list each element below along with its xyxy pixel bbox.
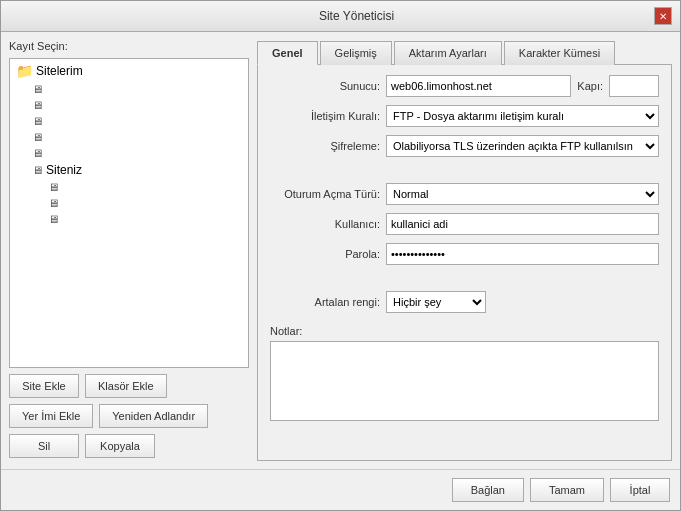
klasor-ekle-button[interactable]: Klasör Ekle [85, 374, 167, 398]
list-item[interactable]: 🖥 [28, 113, 246, 129]
window-title: Site Yöneticisi [59, 9, 654, 23]
sifreleme-label: Şifreleme: [270, 140, 380, 152]
list-item[interactable]: 🖥 [44, 179, 246, 195]
kullanici-input[interactable] [386, 213, 659, 235]
site-icon: 🖥 [32, 131, 43, 143]
iletisim-label: İletişim Kuralı: [270, 110, 380, 122]
iletisim-row: İletişim Kuralı: FTP - Dosya aktarımı il… [270, 105, 659, 127]
sunucu-row: Sunucu: Kapı: [270, 75, 659, 97]
artalan-select[interactable]: Hiçbir şey [386, 291, 486, 313]
sil-button[interactable]: Sil [9, 434, 79, 458]
tree-container[interactable]: 📁 Sitelerim 🖥 🖥 🖥 🖥 🖥 🖥 Siteniz 🖥 [9, 58, 249, 368]
right-panel: Genel Gelişmiş Aktarım Ayarları Karakter… [257, 40, 672, 461]
button-row-1: Site Ekle Klasör Ekle [9, 374, 249, 398]
oturum-label: Oturum Açma Türü: [270, 188, 380, 200]
title-bar: Site Yöneticisi ✕ [1, 1, 680, 32]
list-item[interactable]: 🖥 [44, 211, 246, 227]
artalan-row: Artalan rengi: Hiçbir şey [270, 291, 659, 313]
notlar-label: Notlar: [270, 325, 659, 337]
baglan-button[interactable]: Bağlan [452, 478, 524, 502]
kullanici-row: Kullanıcı: [270, 213, 659, 235]
tree-root-label: Sitelerim [36, 64, 83, 78]
parola-label: Parola: [270, 248, 380, 260]
tab-gelismis[interactable]: Gelişmiş [320, 41, 392, 65]
kapu-label: Kapı: [577, 80, 603, 92]
oturum-row: Oturum Açma Türü: Normal [270, 183, 659, 205]
kullanici-label: Kullanıcı: [270, 218, 380, 230]
separator-1 [270, 165, 659, 175]
tree-root[interactable]: 📁 Sitelerim [12, 61, 246, 81]
tree-indent-2: 🖥 🖥 🖥 [44, 179, 246, 227]
tree-indent-1: 🖥 🖥 🖥 🖥 🖥 🖥 Siteniz [28, 81, 246, 179]
oturum-select[interactable]: Normal [386, 183, 659, 205]
parola-input[interactable] [386, 243, 659, 265]
iptal-button[interactable]: İptal [610, 478, 670, 502]
folder-icon: 📁 [16, 63, 33, 79]
separator-2 [270, 273, 659, 283]
left-label: Kayıt Seçin: [9, 40, 249, 52]
title-controls: ✕ [654, 7, 672, 25]
artalan-label: Artalan rengi: [270, 296, 380, 308]
close-button[interactable]: ✕ [654, 7, 672, 25]
siteniz-item[interactable]: 🖥 Siteniz [28, 161, 246, 179]
list-item[interactable]: 🖥 [44, 195, 246, 211]
main-content: Kayıt Seçin: 📁 Sitelerim 🖥 🖥 🖥 🖥 🖥 🖥 Sit… [1, 32, 680, 469]
yeniden-adlandir-button[interactable]: Yeniden Adlandır [99, 404, 208, 428]
site-icon: 🖥 [32, 115, 43, 127]
button-row-2: Yer İmi Ekle Yeniden Adlandır [9, 404, 249, 428]
tabs: Genel Gelişmiş Aktarım Ayarları Karakter… [257, 40, 672, 65]
tab-karakter-kumesi[interactable]: Karakter Kümesi [504, 41, 615, 65]
iletisim-select[interactable]: FTP - Dosya aktarımı iletişim kuralı [386, 105, 659, 127]
kapu-input[interactable] [609, 75, 659, 97]
siteniz-label: Siteniz [46, 163, 82, 177]
yer-imi-ekle-button[interactable]: Yer İmi Ekle [9, 404, 93, 428]
list-item[interactable]: 🖥 [28, 97, 246, 113]
kopyala-button[interactable]: Kopyala [85, 434, 155, 458]
tab-content: Sunucu: Kapı: İletişim Kuralı: FTP - Dos… [257, 65, 672, 461]
site-icon: 🖥 [48, 197, 59, 209]
site-icon: 🖥 [32, 147, 43, 159]
window: Site Yöneticisi ✕ Kayıt Seçin: 📁 Siteler… [0, 0, 681, 511]
site-icon: 🖥 [32, 83, 43, 95]
tab-genel[interactable]: Genel [257, 41, 318, 65]
list-item[interactable]: 🖥 [28, 81, 246, 97]
list-item[interactable]: 🖥 [28, 129, 246, 145]
sunucu-label: Sunucu: [270, 80, 380, 92]
notlar-section: Notlar: [270, 325, 659, 421]
parola-row: Parola: [270, 243, 659, 265]
bottom-bar: Bağlan Tamam İptal [1, 469, 680, 510]
sifreleme-row: Şifreleme: Olabiliyorsa TLS üzerinden aç… [270, 135, 659, 157]
tab-aktarim-ayarlari[interactable]: Aktarım Ayarları [394, 41, 502, 65]
list-item[interactable]: 🖥 [28, 145, 246, 161]
tamam-button[interactable]: Tamam [530, 478, 604, 502]
left-panel: Kayıt Seçin: 📁 Sitelerim 🖥 🖥 🖥 🖥 🖥 🖥 Sit… [9, 40, 249, 461]
site-icon: 🖥 [32, 99, 43, 111]
site-icon: 🖥 [32, 164, 43, 176]
site-icon: 🖥 [48, 181, 59, 193]
sifreleme-select[interactable]: Olabiliyorsa TLS üzerinden açıkta FTP ku… [386, 135, 659, 157]
site-ekle-button[interactable]: Site Ekle [9, 374, 79, 398]
site-icon: 🖥 [48, 213, 59, 225]
sunucu-input[interactable] [386, 75, 571, 97]
notlar-input[interactable] [270, 341, 659, 421]
button-row-3: Sil Kopyala [9, 434, 249, 458]
